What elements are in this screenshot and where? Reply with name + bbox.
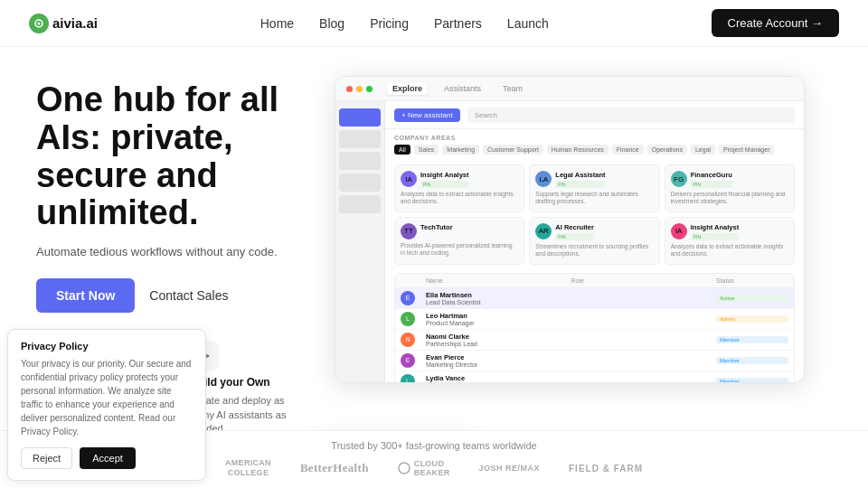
table-row[interactable]: E Ella Martinsen Lead Data Scientist Act…: [395, 288, 794, 309]
create-account-button[interactable]: Create Account →: [712, 9, 840, 37]
table-row[interactable]: L Lydia Vance HR Manager Member: [395, 371, 794, 383]
row-role-5: HR Manager: [426, 382, 568, 383]
row-role-4: Marketing Director: [426, 361, 568, 368]
area-hr[interactable]: Human Resources: [547, 145, 609, 155]
status-badge-5: Member: [716, 378, 788, 383]
assistant-name-4: TechTutor: [420, 223, 453, 231]
navigation: aivia.ai Home Blog Pricing Partners Laun…: [0, 0, 868, 47]
pin-badge-1: PIN: [420, 181, 468, 188]
assistant-name-6: Insight Analyst: [691, 223, 739, 231]
brand-joshremax: JOSH RE/MAX: [479, 464, 541, 473]
sidebar-item-1[interactable]: [339, 108, 381, 127]
nav-partners[interactable]: Partners: [434, 16, 482, 31]
logo[interactable]: aivia.ai: [29, 14, 98, 33]
assistant-avatar-5: AR: [535, 223, 552, 239]
col-role: Role: [571, 277, 713, 284]
assistant-card-4[interactable]: TT TechTutor Provides AI-powered persona…: [394, 217, 524, 265]
cookie-banner: Privacy Policy Your privacy is our prior…: [7, 329, 206, 481]
area-legal[interactable]: Legal: [691, 145, 715, 155]
assistant-card-6[interactable]: IA Insight Analyst PIN Analyzes data to …: [665, 217, 795, 265]
nav-home[interactable]: Home: [260, 16, 294, 31]
row-name-1: Ella Martinsen: [426, 291, 568, 299]
assistant-card-5[interactable]: AR AI Recruiter PIN Streamlines recruitm…: [529, 217, 659, 265]
hero-right: Explore Assistants Team + New assistant: [335, 72, 832, 488]
nav-pricing[interactable]: Pricing: [370, 16, 409, 31]
assistant-card-1[interactable]: IA Insight Analyst PIN Analyzes data to …: [394, 164, 524, 212]
table-header: Name Role Status: [395, 274, 794, 288]
hero-buttons: Start Now Contact Sales: [36, 278, 316, 313]
assistant-avatar-4: TT: [401, 223, 417, 239]
nav-links: Home Blog Pricing Partners Launch: [260, 16, 549, 31]
assistant-desc-1: Analyzes data to extract actionable insi…: [401, 191, 518, 206]
hero-title: One hub for all AIs: private, secure and…: [36, 81, 316, 232]
pin-badge-3: PIN: [691, 181, 732, 188]
cookie-title: Privacy Policy: [21, 341, 193, 352]
area-marketing[interactable]: Marketing: [442, 145, 479, 155]
table-row[interactable]: L Leo Hartman Product Manager Admin: [395, 309, 794, 330]
dot-green: [366, 86, 373, 92]
area-pm[interactable]: Project Manager: [719, 145, 774, 155]
assistant-desc-3: Delivers personalized financial planning…: [671, 191, 788, 206]
assistant-grid: IA Insight Analyst PIN Analyzes data to …: [385, 160, 804, 269]
accept-button[interactable]: Accept: [80, 447, 136, 469]
assistant-desc-2: Supports legal research and automates dr…: [535, 191, 653, 206]
dash-toolbar: + New assistant Search: [385, 101, 804, 129]
dot-red: [346, 86, 353, 92]
svg-point-2: [399, 463, 410, 474]
start-now-button[interactable]: Start Now: [36, 278, 135, 313]
table-row[interactable]: E Evan Pierce Marketing Director Member: [395, 351, 794, 371]
sidebar-item-4[interactable]: [339, 174, 381, 192]
assistant-name-3: FinanceGuru: [691, 171, 732, 179]
assistant-avatar-6: IA: [671, 223, 687, 239]
new-assistant-button[interactable]: + New assistant: [394, 108, 460, 122]
sidebar-item-5[interactable]: [339, 195, 381, 213]
tab-assistants[interactable]: Assistants: [439, 82, 486, 95]
status-badge-2: Admin: [716, 315, 788, 323]
search-input[interactable]: Search: [467, 107, 795, 123]
area-sales[interactable]: Sales: [414, 145, 439, 155]
sidebar-item-2[interactable]: [339, 130, 381, 148]
dash-header: Explore Assistants Team: [335, 77, 804, 101]
feature-build-title: Build your Own: [190, 376, 307, 389]
area-ops[interactable]: Operations: [647, 145, 687, 155]
status-badge-3: Member: [716, 336, 788, 343]
row-avatar-3: N: [401, 333, 415, 347]
nav-blog[interactable]: Blog: [319, 16, 344, 31]
assistant-avatar-1: IA: [401, 171, 417, 187]
area-support[interactable]: Customer Support: [483, 145, 543, 155]
row-name-5: Lydia Vance: [426, 374, 568, 382]
contact-sales-button[interactable]: Contact Sales: [149, 288, 228, 303]
row-role-1: Lead Data Scientist: [426, 299, 568, 305]
table-row[interactable]: N Naomi Clarke Partnerships Lead Member: [395, 330, 794, 351]
row-avatar-2: L: [401, 312, 415, 326]
areas-label: COMPANY AREAS: [394, 135, 795, 141]
assistant-name-2: Legal Assistant: [555, 171, 605, 179]
window-dots: [346, 86, 373, 92]
assistant-name-5: AI Recruiter: [555, 223, 594, 231]
col-check: [401, 277, 422, 284]
team-table: Name Role Status E Ella Martinsen Lead D…: [394, 273, 795, 383]
row-role-3: Partnerships Lead: [426, 341, 568, 347]
cookie-text: Your privacy is our priority. Our secure…: [21, 357, 193, 438]
brand-cloudbeaker: CLOUDBEAKER: [398, 459, 450, 477]
pin-badge-2: PIN: [555, 181, 605, 188]
row-name-3: Naomi Clarke: [426, 333, 568, 341]
pin-badge-6: PIN: [691, 233, 739, 240]
nav-launch[interactable]: Launch: [507, 16, 549, 31]
tab-team[interactable]: Team: [497, 82, 528, 95]
area-all[interactable]: All: [394, 145, 410, 155]
logo-text: aivia.ai: [52, 15, 98, 31]
cookie-buttons: Reject Accept: [21, 447, 193, 469]
assistant-card-3[interactable]: FG FinanceGuru PIN Delivers personalized…: [665, 164, 795, 212]
tab-explore[interactable]: Explore: [387, 82, 428, 95]
area-finance[interactable]: Finance: [612, 145, 644, 155]
col-name: Name: [426, 277, 568, 284]
dash-tabs: Explore Assistants Team: [387, 82, 528, 95]
assistant-name-1: Insight Analyst: [420, 171, 468, 179]
row-avatar-4: E: [401, 353, 415, 368]
row-avatar-1: E: [401, 291, 415, 305]
reject-button[interactable]: Reject: [21, 447, 72, 469]
assistant-card-2[interactable]: LA Legal Assistant PIN Supports legal re…: [529, 164, 659, 212]
sidebar-item-3[interactable]: [339, 152, 381, 170]
col-status: Status: [716, 277, 788, 284]
